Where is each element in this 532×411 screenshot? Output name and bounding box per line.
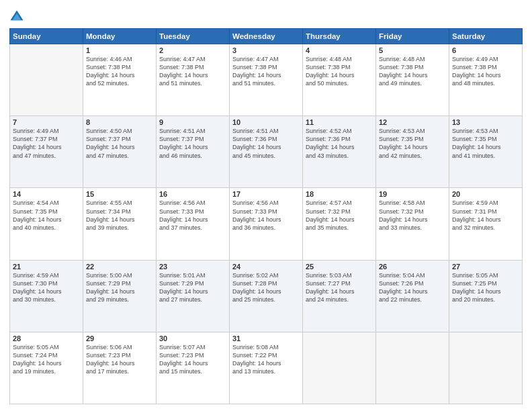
day-number: 19 — [379, 190, 446, 198]
day-number: 28 — [13, 334, 80, 342]
cell-sun-info: Sunrise: 4:57 AM Sunset: 7:32 PM Dayligh… — [306, 199, 373, 232]
cell-sun-info: Sunrise: 4:55 AM Sunset: 7:34 PM Dayligh… — [86, 199, 153, 232]
day-number: 31 — [232, 334, 300, 342]
cell-sun-info: Sunrise: 4:46 AM Sunset: 7:38 PM Dayligh… — [86, 55, 153, 88]
logo-icon — [9, 9, 24, 24]
calendar-cell: 26Sunrise: 5:04 AM Sunset: 7:26 PM Dayli… — [376, 260, 449, 332]
day-number: 17 — [232, 190, 300, 198]
cell-sun-info: Sunrise: 4:47 AM Sunset: 7:38 PM Dayligh… — [159, 55, 226, 88]
day-number: 10 — [232, 118, 300, 126]
day-number: 29 — [86, 334, 153, 342]
calendar-cell: 29Sunrise: 5:06 AM Sunset: 7:23 PM Dayli… — [83, 332, 157, 404]
calendar-week-row: 14Sunrise: 4:54 AM Sunset: 7:35 PM Dayli… — [10, 188, 523, 260]
calendar-table: SundayMondayTuesdayWednesdayThursdayFrid… — [9, 28, 523, 404]
day-number: 8 — [86, 118, 153, 126]
day-number: 9 — [159, 118, 226, 126]
calendar-cell: 25Sunrise: 5:03 AM Sunset: 7:27 PM Dayli… — [303, 260, 376, 332]
calendar-cell: 3Sunrise: 4:47 AM Sunset: 7:38 PM Daylig… — [230, 44, 303, 116]
cell-sun-info: Sunrise: 5:00 AM Sunset: 7:29 PM Dayligh… — [86, 271, 153, 304]
day-number: 6 — [452, 46, 519, 54]
calendar-cell: 16Sunrise: 4:56 AM Sunset: 7:33 PM Dayli… — [157, 188, 230, 260]
calendar-week-row: 28Sunrise: 5:05 AM Sunset: 7:24 PM Dayli… — [10, 332, 523, 404]
calendar-cell: 18Sunrise: 4:57 AM Sunset: 7:32 PM Dayli… — [303, 188, 376, 260]
calendar-cell — [10, 44, 83, 116]
weekday-header-saturday: Saturday — [449, 29, 523, 44]
cell-sun-info: Sunrise: 4:53 AM Sunset: 7:35 PM Dayligh… — [452, 127, 519, 160]
cell-sun-info: Sunrise: 4:52 AM Sunset: 7:36 PM Dayligh… — [306, 127, 373, 160]
day-number: 7 — [13, 118, 80, 126]
cell-sun-info: Sunrise: 4:54 AM Sunset: 7:35 PM Dayligh… — [13, 199, 80, 232]
day-number: 13 — [452, 118, 519, 126]
calendar-cell: 6Sunrise: 4:49 AM Sunset: 7:38 PM Daylig… — [449, 44, 523, 116]
calendar-cell: 15Sunrise: 4:55 AM Sunset: 7:34 PM Dayli… — [83, 188, 157, 260]
page: SundayMondayTuesdayWednesdayThursdayFrid… — [0, 0, 532, 411]
calendar-cell: 27Sunrise: 5:05 AM Sunset: 7:25 PM Dayli… — [449, 260, 523, 332]
cell-sun-info: Sunrise: 5:08 AM Sunset: 7:22 PM Dayligh… — [232, 343, 300, 376]
day-number: 3 — [232, 46, 300, 54]
weekday-header-sunday: Sunday — [10, 29, 83, 44]
calendar-cell: 30Sunrise: 5:07 AM Sunset: 7:23 PM Dayli… — [157, 332, 230, 404]
day-number: 26 — [379, 263, 446, 271]
header — [9, 7, 523, 24]
cell-sun-info: Sunrise: 5:02 AM Sunset: 7:28 PM Dayligh… — [232, 271, 300, 304]
day-number: 11 — [306, 118, 373, 126]
day-number: 22 — [86, 263, 153, 271]
cell-sun-info: Sunrise: 4:59 AM Sunset: 7:30 PM Dayligh… — [13, 271, 80, 304]
calendar-cell — [303, 332, 376, 404]
cell-sun-info: Sunrise: 4:49 AM Sunset: 7:37 PM Dayligh… — [13, 127, 80, 160]
cell-sun-info: Sunrise: 5:01 AM Sunset: 7:29 PM Dayligh… — [159, 271, 226, 304]
cell-sun-info: Sunrise: 4:49 AM Sunset: 7:38 PM Dayligh… — [452, 55, 519, 88]
cell-sun-info: Sunrise: 5:07 AM Sunset: 7:23 PM Dayligh… — [159, 343, 226, 376]
calendar-cell: 19Sunrise: 4:58 AM Sunset: 7:32 PM Dayli… — [376, 188, 449, 260]
logo — [9, 9, 27, 24]
cell-sun-info: Sunrise: 5:03 AM Sunset: 7:27 PM Dayligh… — [306, 271, 373, 304]
cell-sun-info: Sunrise: 5:05 AM Sunset: 7:25 PM Dayligh… — [452, 271, 519, 304]
day-number: 2 — [159, 46, 226, 54]
calendar-cell: 5Sunrise: 4:48 AM Sunset: 7:38 PM Daylig… — [376, 44, 449, 116]
day-number: 16 — [159, 190, 226, 198]
cell-sun-info: Sunrise: 5:05 AM Sunset: 7:24 PM Dayligh… — [13, 343, 80, 376]
calendar-week-row: 7Sunrise: 4:49 AM Sunset: 7:37 PM Daylig… — [10, 116, 523, 188]
day-number: 18 — [306, 190, 373, 198]
calendar-cell: 9Sunrise: 4:51 AM Sunset: 7:37 PM Daylig… — [157, 116, 230, 188]
day-number: 21 — [13, 263, 80, 271]
calendar-cell: 14Sunrise: 4:54 AM Sunset: 7:35 PM Dayli… — [10, 188, 83, 260]
weekday-header-friday: Friday — [376, 29, 449, 44]
calendar-cell: 12Sunrise: 4:53 AM Sunset: 7:35 PM Dayli… — [376, 116, 449, 188]
calendar-cell: 7Sunrise: 4:49 AM Sunset: 7:37 PM Daylig… — [10, 116, 83, 188]
calendar-cell: 4Sunrise: 4:48 AM Sunset: 7:38 PM Daylig… — [303, 44, 376, 116]
calendar-cell: 20Sunrise: 4:59 AM Sunset: 7:31 PM Dayli… — [449, 188, 523, 260]
calendar-cell — [449, 332, 523, 404]
cell-sun-info: Sunrise: 4:51 AM Sunset: 7:36 PM Dayligh… — [232, 127, 300, 160]
day-number: 12 — [379, 118, 446, 126]
weekday-header-tuesday: Tuesday — [157, 29, 230, 44]
day-number: 15 — [86, 190, 153, 198]
cell-sun-info: Sunrise: 4:47 AM Sunset: 7:38 PM Dayligh… — [232, 55, 300, 88]
calendar-cell: 10Sunrise: 4:51 AM Sunset: 7:36 PM Dayli… — [230, 116, 303, 188]
calendar-cell: 22Sunrise: 5:00 AM Sunset: 7:29 PM Dayli… — [83, 260, 157, 332]
day-number: 14 — [13, 190, 80, 198]
cell-sun-info: Sunrise: 4:58 AM Sunset: 7:32 PM Dayligh… — [379, 199, 446, 232]
calendar-cell — [376, 332, 449, 404]
cell-sun-info: Sunrise: 5:04 AM Sunset: 7:26 PM Dayligh… — [379, 271, 446, 304]
calendar-cell: 31Sunrise: 5:08 AM Sunset: 7:22 PM Dayli… — [230, 332, 303, 404]
day-number: 27 — [452, 263, 519, 271]
cell-sun-info: Sunrise: 4:53 AM Sunset: 7:35 PM Dayligh… — [379, 127, 446, 160]
calendar-cell: 13Sunrise: 4:53 AM Sunset: 7:35 PM Dayli… — [449, 116, 523, 188]
calendar-cell: 23Sunrise: 5:01 AM Sunset: 7:29 PM Dayli… — [157, 260, 230, 332]
cell-sun-info: Sunrise: 4:48 AM Sunset: 7:38 PM Dayligh… — [306, 55, 373, 88]
cell-sun-info: Sunrise: 4:51 AM Sunset: 7:37 PM Dayligh… — [159, 127, 226, 160]
cell-sun-info: Sunrise: 4:50 AM Sunset: 7:37 PM Dayligh… — [86, 127, 153, 160]
day-number: 20 — [452, 190, 519, 198]
calendar-week-row: 1Sunrise: 4:46 AM Sunset: 7:38 PM Daylig… — [10, 44, 523, 116]
calendar-cell: 24Sunrise: 5:02 AM Sunset: 7:28 PM Dayli… — [230, 260, 303, 332]
day-number: 4 — [306, 46, 373, 54]
calendar-cell: 8Sunrise: 4:50 AM Sunset: 7:37 PM Daylig… — [83, 116, 157, 188]
cell-sun-info: Sunrise: 4:56 AM Sunset: 7:33 PM Dayligh… — [232, 199, 300, 232]
cell-sun-info: Sunrise: 4:48 AM Sunset: 7:38 PM Dayligh… — [379, 55, 446, 88]
day-number: 30 — [159, 334, 226, 342]
weekday-header-row: SundayMondayTuesdayWednesdayThursdayFrid… — [10, 29, 523, 44]
day-number: 1 — [86, 46, 153, 54]
calendar-cell: 21Sunrise: 4:59 AM Sunset: 7:30 PM Dayli… — [10, 260, 83, 332]
weekday-header-wednesday: Wednesday — [230, 29, 303, 44]
